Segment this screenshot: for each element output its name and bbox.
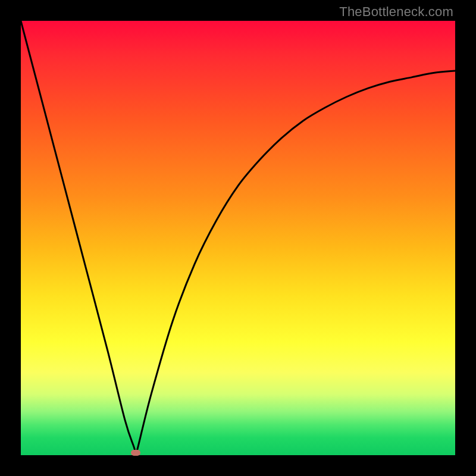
plot-area	[21, 21, 455, 455]
curve-line	[21, 21, 455, 453]
chart-frame: TheBottleneck.com	[0, 0, 476, 476]
min-marker	[131, 450, 140, 456]
watermark-text: TheBottleneck.com	[339, 4, 453, 20]
curve-svg	[21, 21, 455, 455]
